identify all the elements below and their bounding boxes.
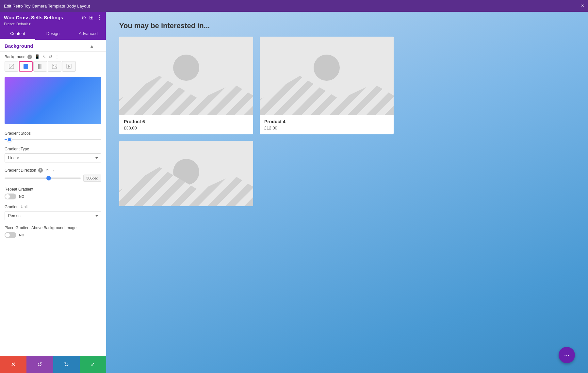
place-gradient-toggle[interactable] <box>5 232 16 238</box>
tab-advanced[interactable]: Advanced <box>71 28 106 40</box>
gradient-type-setting: Gradient Type Linear Radial Conic <box>0 144 106 165</box>
reset-icon[interactable]: ↺ <box>49 54 52 59</box>
svg-line-0 <box>9 64 14 69</box>
product-name: Product 4 <box>264 119 389 124</box>
product-name: Product 6 <box>124 119 249 124</box>
panel-header: Woo Cross Sells Settings ⊙ ⊞ ⋮ Preset: D… <box>0 12 106 28</box>
gradient-unit-setting: Gradient Unit Percent Pixel <box>0 202 106 223</box>
product-info: Product 6 £38.00 <box>119 115 253 134</box>
undo-button[interactable]: ↺ <box>26 356 53 373</box>
collapse-icon[interactable]: ▲ <box>90 43 94 49</box>
cancel-button[interactable]: ✕ <box>0 356 26 373</box>
repeat-gradient-setting: Repeat Gradient NO <box>0 184 106 202</box>
left-panel: Woo Cross Sells Settings ⊙ ⊞ ⋮ Preset: D… <box>0 12 106 373</box>
cursor-icon[interactable]: ↖ <box>42 54 46 59</box>
place-gradient-setting: Place Gradient Above Background Image NO <box>0 223 106 241</box>
gradient-dir-more-icon[interactable]: ⋮ <box>52 168 56 173</box>
divider <box>5 127 101 127</box>
save-icon: ✓ <box>90 361 95 368</box>
product-price: £12.00 <box>264 126 389 130</box>
toggle-row: NO <box>5 194 101 199</box>
gradient-unit-select[interactable]: Percent Pixel <box>5 211 101 220</box>
direction-value: 306deg <box>83 175 101 182</box>
redo-icon: ↻ <box>64 361 69 368</box>
gradient-unit-label: Gradient Unit <box>5 205 101 209</box>
top-bar-title: Edit Retro Toy Camera Template Body Layo… <box>4 4 90 8</box>
svg-rect-2 <box>24 64 28 69</box>
tab-content[interactable]: Content <box>0 28 35 40</box>
bottom-bar: ✕ ↺ ↻ ✓ <box>0 356 106 373</box>
slider-thumb[interactable] <box>7 137 12 142</box>
undo-icon: ↺ <box>37 361 42 368</box>
product-image <box>119 37 253 115</box>
products-grid: Product 6 £38.00 Product 4 £12.00 <box>119 37 394 206</box>
bg-type-image[interactable] <box>48 61 61 72</box>
svg-rect-4 <box>52 64 57 69</box>
direction-track[interactable] <box>5 178 81 179</box>
product-card: Product 6 £38.00 <box>119 37 253 134</box>
gradient-dir-reset-icon[interactable]: ↺ <box>45 168 49 173</box>
background-type-setting: Background ? 📱 ↖ ↺ ⋮ <box>0 52 106 74</box>
section-controls: ▲ ⋮ <box>90 43 101 49</box>
section-more-icon[interactable]: ⋮ <box>97 43 101 49</box>
bg-more-icon[interactable]: ⋮ <box>55 54 59 59</box>
gradient-type-select[interactable]: Linear Radial Conic <box>5 153 101 162</box>
product-image <box>119 141 253 206</box>
fab-button[interactable]: ··· <box>559 347 575 363</box>
toggle-knob <box>5 194 10 199</box>
repeat-gradient-toggle-label: NO <box>19 195 24 198</box>
background-label: Background ? 📱 ↖ ↺ ⋮ <box>5 54 101 59</box>
place-gradient-toggle-row: NO <box>5 232 101 238</box>
gradient-preview <box>5 77 101 124</box>
bg-type-row <box>5 61 101 72</box>
panel-title: Woo Cross Sells Settings <box>4 15 63 20</box>
section-header: Background ▲ ⋮ <box>0 40 106 52</box>
background-section: Background ▲ ⋮ Background ? 📱 ↖ ↺ ⋮ <box>0 40 106 241</box>
bg-type-video[interactable] <box>62 61 76 72</box>
gradient-type-label: Gradient Type <box>5 147 101 151</box>
place-gradient-toggle-knob <box>5 233 10 237</box>
gradient-stops-slider[interactable] <box>5 138 101 142</box>
responsive-icon[interactable]: ⊙ <box>82 14 86 21</box>
save-button[interactable]: ✓ <box>80 356 106 373</box>
svg-rect-3 <box>38 64 42 69</box>
gradient-stops-setting: Gradient Stops <box>0 128 106 144</box>
panel-header-icons: ⊙ ⊞ ⋮ <box>82 14 102 21</box>
bg-type-gradient[interactable] <box>33 61 47 72</box>
content-area: You may be interested in... Product 6 £3… <box>106 12 588 373</box>
product-image <box>260 37 394 115</box>
tab-design[interactable]: Design <box>35 28 71 40</box>
svg-marker-7 <box>68 65 70 68</box>
help-icon[interactable]: ? <box>27 55 32 59</box>
redo-button[interactable]: ↻ <box>53 356 80 373</box>
mobile-icon[interactable]: 📱 <box>35 54 40 59</box>
direction-thumb[interactable] <box>46 176 51 180</box>
direction-row: 306deg <box>5 175 101 182</box>
panel-title-row: Woo Cross Sells Settings ⊙ ⊞ ⋮ <box>4 14 102 21</box>
layout-icon[interactable]: ⊞ <box>89 14 93 21</box>
tabs: Content Design Advanced <box>0 28 106 40</box>
place-gradient-toggle-label: NO <box>19 233 24 237</box>
repeat-gradient-toggle[interactable] <box>5 194 16 199</box>
cancel-icon: ✕ <box>11 361 16 368</box>
bg-type-color[interactable] <box>19 61 33 72</box>
product-price: £38.00 <box>124 126 249 130</box>
top-bar: Edit Retro Toy Camera Template Body Layo… <box>0 0 588 12</box>
bg-type-none[interactable] <box>5 61 18 72</box>
product-info: Product 4 £12.00 <box>260 115 394 134</box>
product-card <box>119 141 253 206</box>
fab-icon: ··· <box>564 351 570 359</box>
close-button[interactable]: × <box>581 3 584 9</box>
place-gradient-label: Place Gradient Above Background Image <box>5 226 101 230</box>
repeat-gradient-label: Repeat Gradient <box>5 187 101 192</box>
section-heading: You may be interested in... <box>119 22 575 30</box>
gradient-dir-help-icon[interactable]: ? <box>38 168 43 173</box>
preset-row[interactable]: Preset: Default ▾ <box>4 22 102 26</box>
gradient-direction-setting: Gradient Direction ? ↺ ⋮ 306deg <box>0 165 106 184</box>
slider-track <box>5 139 101 140</box>
panel-content[interactable]: Background ▲ ⋮ Background ? 📱 ↖ ↺ ⋮ <box>0 40 106 373</box>
main-layout: Woo Cross Sells Settings ⊙ ⊞ ⋮ Preset: D… <box>0 12 588 373</box>
product-card: Product 4 £12.00 <box>260 37 394 134</box>
gradient-direction-label: Gradient Direction ? ↺ ⋮ <box>5 168 101 173</box>
more-options-icon[interactable]: ⋮ <box>97 14 102 21</box>
